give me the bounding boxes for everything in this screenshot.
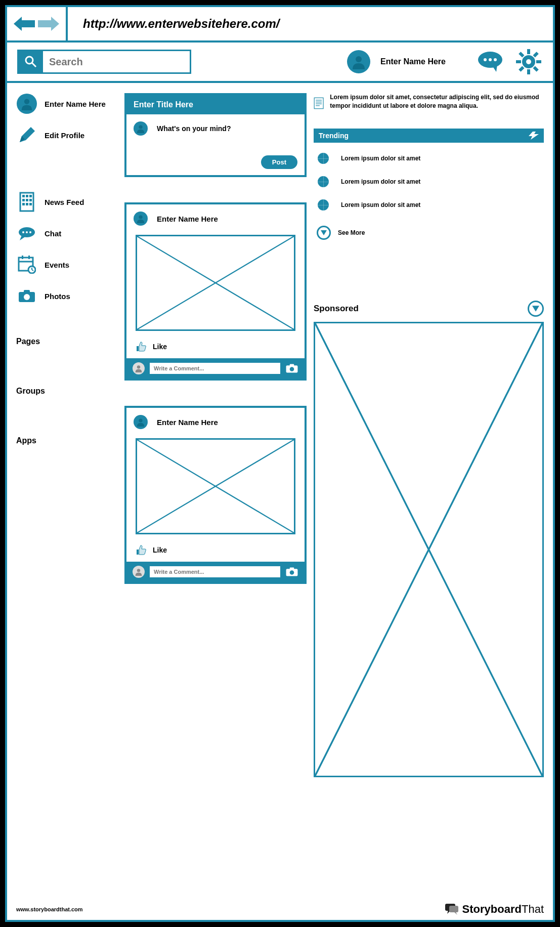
like-button[interactable]: Like xyxy=(126,338,305,358)
svg-marker-70 xyxy=(321,230,327,235)
svg-point-47 xyxy=(139,125,142,129)
compose-panel: Enter Title Here What's on your mind? Po… xyxy=(124,93,307,177)
svg-rect-12 xyxy=(527,69,530,74)
sidebar-item-events[interactable]: Events xyxy=(16,254,117,275)
header-user-name: Enter Name Here xyxy=(380,57,446,66)
sidebar-events-label: Events xyxy=(45,261,69,269)
main-feed: Enter Title Here What's on your mind? Po… xyxy=(124,93,307,777)
svg-marker-1 xyxy=(38,17,59,31)
sidebar-item-chat[interactable]: Chat xyxy=(16,223,117,244)
pencil-icon xyxy=(16,124,37,146)
post-author: Enter Name Here xyxy=(157,215,218,223)
svg-point-7 xyxy=(484,58,487,61)
sidebar-item-newsfeed[interactable]: News Feed xyxy=(16,191,117,213)
sidebar-profile[interactable]: Enter Name Here xyxy=(16,93,117,114)
see-more-button[interactable]: See More xyxy=(314,226,544,240)
sponsored-placeholder xyxy=(314,322,544,777)
image-placeholder xyxy=(136,235,295,331)
svg-marker-69 xyxy=(529,132,539,140)
svg-rect-13 xyxy=(516,60,521,63)
forward-arrow-icon[interactable] xyxy=(38,17,59,31)
gear-icon[interactable] xyxy=(514,48,543,76)
footer: www.storyboardthat.com StoryboardThat xyxy=(16,903,544,916)
sponsored-title: Sponsored xyxy=(314,304,359,314)
svg-rect-29 xyxy=(22,203,25,205)
comment-input[interactable] xyxy=(150,363,280,374)
sidebar-item-photos[interactable]: Photos xyxy=(16,285,117,307)
compose-title: Enter Title Here xyxy=(126,95,305,114)
sidebar-newsfeed-label: News Feed xyxy=(45,198,84,206)
svg-point-35 xyxy=(26,231,28,233)
svg-rect-30 xyxy=(26,203,28,205)
comment-bar xyxy=(126,562,305,582)
svg-point-8 xyxy=(489,58,492,61)
svg-point-60 xyxy=(137,569,140,572)
chat-icon[interactable] xyxy=(476,48,504,76)
chevron-down-icon[interactable] xyxy=(528,301,544,317)
lightning-icon xyxy=(529,132,539,140)
comment-input[interactable] xyxy=(150,566,280,577)
back-arrow-icon[interactable] xyxy=(14,17,35,31)
camera-icon[interactable] xyxy=(285,363,298,373)
sidebar: Enter Name Here Edit Profile News Feed C… xyxy=(16,93,117,777)
top-bar: Enter Name Here xyxy=(7,43,553,83)
svg-rect-18 xyxy=(533,66,538,71)
svg-rect-11 xyxy=(527,49,530,54)
sidebar-edit-profile[interactable]: Edit Profile xyxy=(16,124,117,146)
building-icon xyxy=(16,191,37,213)
trending-item[interactable]: Lorem ipsum dolor sit amet xyxy=(314,176,544,187)
compose-avatar-icon xyxy=(134,121,148,136)
svg-point-36 xyxy=(29,231,31,233)
svg-rect-26 xyxy=(22,199,25,201)
trending-header: Trending xyxy=(314,129,544,143)
svg-rect-54 xyxy=(290,364,294,366)
chevron-down-icon xyxy=(317,226,331,240)
svg-point-52 xyxy=(137,365,140,368)
sidebar-section-groups[interactable]: Groups xyxy=(16,387,117,396)
svg-rect-28 xyxy=(29,199,32,201)
image-placeholder xyxy=(136,438,295,534)
speech-bubble-icon xyxy=(444,903,459,916)
svg-point-48 xyxy=(139,215,142,219)
svg-rect-24 xyxy=(26,195,28,197)
camera-icon[interactable] xyxy=(285,567,298,577)
user-avatar-icon[interactable] xyxy=(347,50,370,73)
sidebar-section-pages[interactable]: Pages xyxy=(16,337,117,346)
comment-avatar-icon xyxy=(133,362,145,374)
svg-point-63 xyxy=(290,570,294,575)
post-author: Enter Name Here xyxy=(157,418,218,427)
profile-avatar-icon xyxy=(17,94,37,114)
right-column: Lorem ipsum dolor sit amet, consectetur … xyxy=(314,93,544,777)
sidebar-edit-label: Edit Profile xyxy=(45,131,84,140)
search-icon[interactable] xyxy=(19,51,43,72)
like-button[interactable]: Like xyxy=(126,541,305,562)
svg-marker-71 xyxy=(532,306,539,312)
browser-url-bar: http://www.enterwebsitehere.com/ xyxy=(7,7,553,43)
globe-icon xyxy=(318,153,329,164)
search-input[interactable] xyxy=(43,51,190,72)
compose-prompt[interactable]: What's on your mind? xyxy=(157,124,231,133)
url-text[interactable]: http://www.enterwebsitehere.com/ xyxy=(68,17,553,31)
svg-rect-64 xyxy=(314,98,323,108)
svg-point-10 xyxy=(524,57,533,66)
nav-arrows xyxy=(7,7,68,40)
post-button[interactable]: Post xyxy=(261,155,297,169)
svg-rect-14 xyxy=(536,60,541,63)
comment-avatar-icon xyxy=(133,566,145,578)
sidebar-section-apps[interactable]: Apps xyxy=(16,436,117,445)
trending-item[interactable]: Lorem ipsum dolor sit amet xyxy=(314,199,544,210)
trending-item[interactable]: Lorem ipsum dolor sit amet xyxy=(314,153,544,164)
svg-rect-15 xyxy=(533,52,538,57)
sidebar-chat-label: Chat xyxy=(45,229,61,238)
svg-rect-62 xyxy=(290,567,294,569)
see-more-label: See More xyxy=(338,229,365,236)
svg-point-9 xyxy=(494,58,497,61)
post-avatar-icon xyxy=(134,212,148,226)
globe-icon xyxy=(318,176,329,187)
sidebar-photos-label: Photos xyxy=(45,292,70,301)
svg-rect-51 xyxy=(137,346,139,351)
svg-rect-23 xyxy=(22,195,25,197)
info-box: Lorem ipsum dolor sit amet, consectetur … xyxy=(314,93,544,113)
info-text: Lorem ipsum dolor sit amet, consectetur … xyxy=(330,93,544,113)
post-card: Enter Name Here Like xyxy=(124,406,307,584)
